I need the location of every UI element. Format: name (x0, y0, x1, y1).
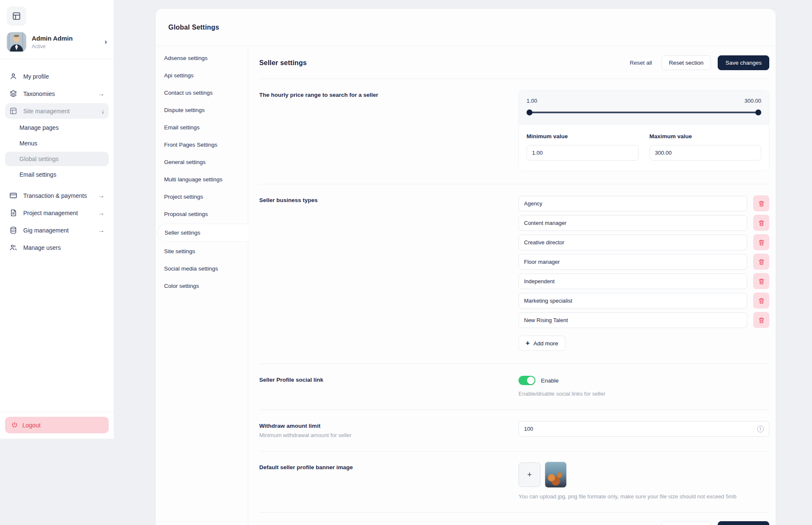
toggle-knob (527, 377, 535, 384)
footer-reset-section-button[interactable]: Reset section (661, 521, 711, 525)
sidebar-item-manage-users[interactable]: Manage users (5, 240, 109, 255)
settings-nav-item-contact-us-settings[interactable]: Contact us settings (156, 84, 248, 101)
price-range-panel: 1.00 300.00 (518, 90, 769, 171)
business-type-input[interactable] (518, 293, 747, 309)
business-type-row (518, 254, 769, 270)
layout-icon (9, 107, 17, 115)
layers-icon (9, 90, 17, 98)
delete-business-type-button[interactable] (753, 312, 769, 328)
reset-section-button[interactable]: Reset section (661, 55, 711, 70)
settings-nav-item-front-pages-settings[interactable]: Front Pages Settings (156, 136, 248, 153)
footer-reset-all-button[interactable]: Reset all (627, 522, 655, 525)
delete-business-type-button[interactable] (753, 234, 769, 250)
toggle-label: Enable (541, 377, 559, 384)
sidebar-item-site-management[interactable]: Site management ↓ (5, 103, 109, 119)
settings-nav-item-multi-language-settings[interactable]: Multi language settings (156, 171, 248, 188)
user-status: Active (32, 44, 73, 49)
settings-nav-item-seller-settings[interactable]: Seller settings (157, 224, 248, 242)
business-type-input[interactable] (518, 215, 747, 231)
settings-nav-item-api-settings[interactable]: Api settings (156, 67, 248, 84)
maximum-value-label: Maximum value (650, 133, 762, 139)
social-link-help-text: Enable/disable social links for seller (518, 391, 769, 397)
settings-nav-item-general-settings[interactable]: General settings (156, 153, 248, 171)
info-icon[interactable]: i (757, 426, 764, 432)
settings-nav-item-color-settings[interactable]: Color settings (156, 277, 248, 295)
business-type-input[interactable] (518, 254, 747, 270)
sidebar-subitem-global-settings[interactable]: Global settings (5, 152, 109, 166)
user-icon (9, 72, 17, 80)
reset-all-button[interactable]: Reset all (627, 56, 655, 69)
slider-handle-min[interactable] (527, 109, 532, 115)
slider-min-label: 1.00 (527, 98, 537, 104)
sidebar-item-project-management[interactable]: Project management → (5, 205, 109, 221)
settings-nav-item-dispute-settings[interactable]: Dispute settings (156, 101, 248, 119)
settings-nav-item-email-settings[interactable]: Email settings (156, 119, 248, 136)
slider-track[interactable] (527, 112, 760, 113)
slider-max-label: 300.00 (744, 98, 761, 104)
trash-icon (758, 239, 765, 246)
business-type-row (518, 312, 769, 328)
minimum-value-label: Minimum value (527, 133, 639, 139)
section-title: Seller settings (259, 59, 620, 67)
slider-handle-max[interactable] (755, 109, 761, 115)
price-range-label: The hourly price range to search for a s… (259, 90, 518, 171)
social-link-section: Seller Profile social link Enable Enable… (259, 364, 769, 410)
minimum-value-input[interactable] (527, 145, 639, 161)
maximum-value-input[interactable] (650, 145, 762, 161)
users-icon (9, 243, 17, 252)
user-profile[interactable]: Admin Admin Active › (0, 26, 114, 59)
business-types-label: Seller business types (259, 195, 518, 351)
delete-business-type-button[interactable] (753, 273, 769, 289)
user-name: Admin Admin (32, 35, 73, 42)
sidebar-item-my-profile[interactable]: My profile (5, 68, 109, 84)
app-logo-button[interactable] (7, 6, 26, 26)
business-type-input[interactable] (518, 235, 747, 250)
arrow-right-icon: → (98, 90, 104, 97)
settings-nav-item-social-media-settings[interactable]: Social media settings (156, 260, 248, 277)
banner-thumbnail[interactable] (545, 462, 567, 488)
sidebar-item-gig-management[interactable]: Gig management → (5, 222, 109, 238)
delete-business-type-button[interactable] (753, 293, 769, 309)
sidebar-subitem-email-settings[interactable]: Email settings (5, 167, 109, 182)
chevron-right-icon: › (104, 38, 107, 46)
arrow-down-icon: ↓ (102, 107, 105, 115)
withdraw-limit-input[interactable] (518, 421, 769, 437)
delete-business-type-button[interactable] (753, 195, 769, 211)
settings-nav-item-adsense-settings[interactable]: Adsense settings (156, 49, 248, 67)
delete-business-type-button[interactable] (753, 254, 769, 270)
social-link-toggle[interactable] (518, 376, 535, 385)
business-type-input[interactable] (518, 312, 747, 328)
upload-help-text: You can upload jpg, png file formate onl… (518, 493, 769, 500)
page-title: Global Settings (156, 9, 776, 46)
upload-button[interactable]: + (518, 462, 540, 487)
logout-button[interactable]: Logout (5, 417, 109, 433)
settings-nav-item-project-settings[interactable]: Project settings (156, 188, 248, 205)
save-changes-button[interactable]: Save changes (718, 55, 769, 70)
business-type-row (518, 273, 769, 289)
settings-nav-item-proposal-settings[interactable]: Proposal settings (156, 205, 248, 223)
banner-image-label: Default seller profile banner image (259, 462, 518, 500)
footer-save-changes-button[interactable]: Save changes (718, 521, 769, 525)
sidebar-item-taxonomies[interactable]: Taxonomies → (5, 86, 109, 101)
add-more-button[interactable]: + Add more (518, 336, 565, 351)
trash-icon (758, 317, 765, 324)
banner-image-section: Default seller profile banner image + Yo… (259, 451, 769, 513)
business-type-row (518, 293, 769, 309)
settings-nav-item-site-settings[interactable]: Site settings (156, 243, 248, 260)
price-range-slider[interactable] (527, 109, 761, 115)
business-type-row (518, 215, 769, 231)
settings-content: Seller settings Reset all Reset section … (248, 46, 776, 525)
delete-business-type-button[interactable] (753, 215, 769, 231)
sidebar-subitem-menus[interactable]: Menus (5, 136, 109, 150)
business-type-input[interactable] (518, 196, 747, 211)
settings-nav: Adsense settings Api settings Contact us… (156, 46, 248, 525)
power-icon (11, 421, 18, 429)
withdraw-limit-sublabel: Minimum withdrawal amount for seller (259, 432, 518, 438)
sidebar-item-transaction-payments[interactable]: Transaction & payments → (5, 188, 109, 203)
layout-icon (12, 11, 21, 21)
sidebar-subitem-manage-pages[interactable]: Manage pages (5, 120, 109, 135)
file-text-icon (9, 209, 17, 217)
business-type-input[interactable] (518, 273, 747, 289)
global-settings-card: Global Settings Adsense settings Api set… (155, 8, 776, 525)
sidebar: Admin Admin Active › My profile (0, 0, 114, 439)
